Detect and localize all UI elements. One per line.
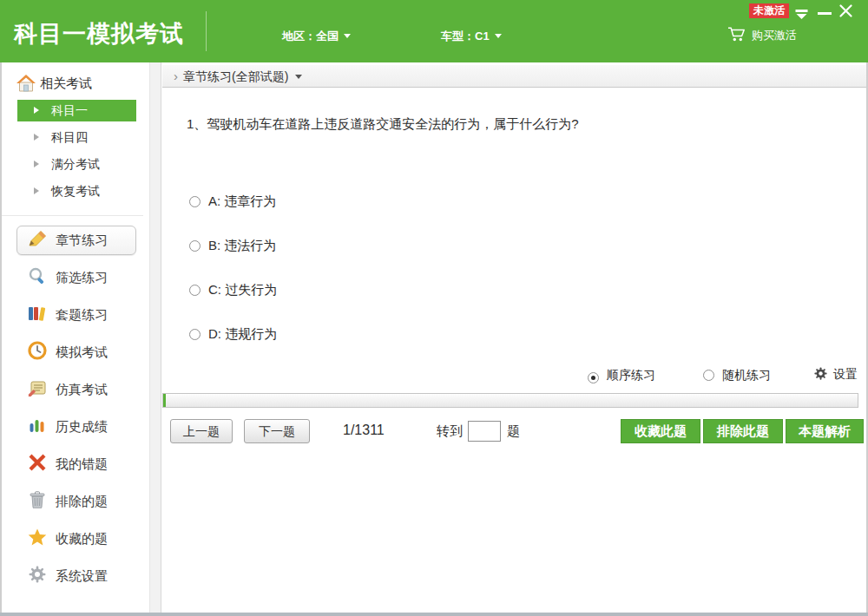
arrow-right-icon: [34, 107, 39, 114]
chapter-selector-dropdown[interactable]: ›章节练习(全部试题): [162, 65, 866, 88]
sidebar-content-gutter: [149, 62, 161, 613]
chevron-down-icon: [344, 34, 351, 38]
buy-activation-label: 购买激活: [752, 29, 797, 42]
vehicle-type-label: 车型：C1: [441, 29, 490, 43]
chevron-down-icon: [495, 34, 502, 38]
sidebar-item-simulation-exam[interactable]: 仿真考试: [2, 379, 149, 400]
red-x-icon: [27, 454, 48, 475]
chevron-down-icon: [295, 75, 302, 79]
region-dropdown[interactable]: 地区：全国: [282, 29, 351, 44]
sequential-practice-radio[interactable]: [588, 372, 599, 383]
breadcrumb-chevron-icon: ›: [174, 69, 178, 83]
next-question-button[interactable]: 下一题: [244, 419, 310, 443]
close-icon: [839, 4, 852, 17]
gear-icon: [27, 566, 48, 587]
window-border-bottom: [0, 613, 868, 616]
option-a-radio[interactable]: [189, 196, 201, 207]
sidebar-item-filter-practice[interactable]: 筛选练习: [2, 267, 149, 288]
question-position: 1/1311: [343, 423, 385, 438]
arrow-right-icon: [34, 187, 39, 194]
home-icon: [16, 74, 36, 96]
region-dropdown-label: 地区：全国: [282, 29, 339, 43]
sidebar-section-title: 相关考试: [40, 75, 92, 92]
books-icon: [27, 305, 48, 325]
app-window: 科目一模拟考试 地区：全国 车型：C1 购买激活 未激活 相关考试: [0, 0, 868, 616]
goto-prefix-label: 转到: [437, 423, 463, 440]
sidebar-item-excluded-questions[interactable]: 排除的题: [2, 491, 149, 512]
random-practice-radio[interactable]: [703, 370, 714, 381]
option-c[interactable]: C: 过失行为: [189, 282, 277, 298]
notepad-icon: [27, 379, 48, 400]
app-title: 科目一模拟考试: [14, 18, 184, 49]
sidebar-item-my-wrong-questions[interactable]: 我的错题: [2, 454, 149, 475]
sidebar-item-set-practice[interactable]: 套题练习: [2, 305, 149, 325]
window-border-left: [0, 62, 2, 616]
breadcrumb-label: 章节练习(全部试题): [183, 69, 288, 83]
favorite-question-button[interactable]: 收藏此题: [621, 419, 700, 443]
progress-bar: [162, 393, 858, 408]
activation-status-badge: 未激活: [749, 3, 789, 18]
cart-icon: [727, 27, 746, 42]
minimize-icon: [818, 12, 832, 15]
search-icon: [27, 266, 48, 289]
settings-button[interactable]: 设置: [814, 367, 858, 383]
sidebar: 相关考试 科目一 科目四 满分考试 恢复考试 章节练习: [2, 62, 149, 613]
sidebar-item-subject1[interactable]: 科目一: [2, 100, 149, 121]
option-d[interactable]: D: 违规行为: [189, 326, 277, 342]
close-button[interactable]: [839, 4, 852, 21]
exclude-question-button[interactable]: 排除此题: [703, 419, 783, 443]
settings-label: 设置: [833, 367, 858, 381]
skin-menu-icon[interactable]: [795, 7, 808, 23]
option-d-radio[interactable]: [189, 329, 201, 340]
question-analysis-button[interactable]: 本题解析: [786, 419, 864, 443]
pencil-icon: [27, 230, 48, 251]
buy-activation-button[interactable]: 购买激活: [727, 27, 797, 43]
option-c-radio[interactable]: [189, 285, 201, 296]
sidebar-item-history-scores[interactable]: 历史成绩: [2, 416, 149, 437]
vehicle-type-dropdown[interactable]: 车型：C1: [441, 29, 502, 44]
arrow-right-icon: [34, 134, 39, 141]
header-bar: 科目一模拟考试 地区：全国 车型：C1 购买激活 未激活: [0, 0, 868, 62]
main-content: ›章节练习(全部试题) 1、驾驶机动车在道路上违反道路交通安全法的行为，属于什么…: [162, 62, 866, 613]
sidebar-item-chapter-practice[interactable]: 章节练习: [2, 230, 149, 251]
progress-bar-fill: [163, 394, 166, 407]
title-separator: [206, 11, 207, 51]
trash-icon: [27, 491, 48, 512]
bar-chart-icon: [27, 416, 48, 437]
goto-question-input[interactable]: [468, 421, 501, 442]
goto-suffix-label: 题: [507, 423, 520, 440]
star-icon: [27, 528, 48, 549]
option-a[interactable]: A: 违章行为: [189, 193, 276, 209]
option-b[interactable]: B: 违法行为: [189, 238, 276, 253]
sidebar-item-favorite-questions[interactable]: 收藏的题: [2, 528, 149, 549]
question-text: 1、驾驶机动车在道路上违反道路交通安全法的行为，属于什么行为?: [187, 116, 579, 133]
sidebar-item-subject4[interactable]: 科目四: [2, 127, 149, 148]
option-b-radio[interactable]: [189, 240, 201, 252]
settings-gear-icon: [814, 367, 827, 380]
minimize-button[interactable]: [818, 12, 832, 15]
sidebar-item-system-settings[interactable]: 系统设置: [2, 566, 149, 587]
random-practice-label[interactable]: 随机练习: [722, 368, 771, 383]
sidebar-item-full-score-exam[interactable]: 满分考试: [2, 154, 149, 175]
arrow-right-icon: [34, 161, 39, 167]
sidebar-divider: [2, 215, 143, 216]
sidebar-item-mock-exam[interactable]: 模拟考试: [2, 342, 149, 363]
sequential-practice-label[interactable]: 顺序练习: [607, 368, 655, 383]
prev-question-button[interactable]: 上一题: [170, 419, 233, 443]
clock-icon: [27, 341, 48, 364]
sidebar-item-recovery-exam[interactable]: 恢复考试: [2, 180, 149, 202]
